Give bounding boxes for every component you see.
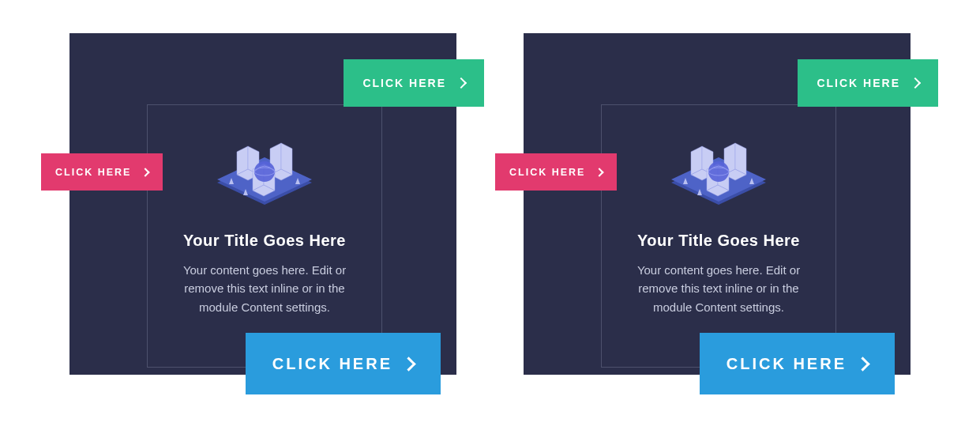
- svg-point-27: [708, 161, 729, 182]
- cta-button-green[interactable]: CLICK HERE: [344, 59, 484, 107]
- button-label: CLICK HERE: [509, 167, 585, 178]
- button-label: CLICK HERE: [727, 355, 847, 373]
- cta-button-blue[interactable]: CLICK HERE: [700, 333, 895, 394]
- chevron-right-icon: [401, 357, 415, 371]
- chevron-right-icon: [456, 77, 467, 89]
- feature-card: Your Title Goes Here Your content goes h…: [69, 33, 456, 375]
- button-label: CLICK HERE: [272, 355, 392, 373]
- card-title: Your Title Goes Here: [616, 232, 821, 250]
- isometric-city-icon: [659, 137, 778, 216]
- cta-button-pink[interactable]: CLICK HERE: [495, 153, 617, 191]
- cta-button-green[interactable]: CLICK HERE: [798, 59, 938, 107]
- feature-content-box: Your Title Goes Here Your content goes h…: [147, 104, 382, 368]
- cta-button-blue[interactable]: CLICK HERE: [246, 333, 441, 394]
- card-title: Your Title Goes Here: [162, 232, 367, 250]
- chevron-right-icon: [595, 168, 604, 176]
- feature-card: Your Title Goes Here Your content goes h…: [524, 33, 911, 375]
- card-description: Your content goes here. Edit or remove t…: [616, 261, 821, 316]
- button-label: CLICK HERE: [817, 77, 900, 89]
- chevron-right-icon: [910, 77, 921, 89]
- chevron-right-icon: [855, 357, 869, 371]
- isometric-city-icon: [205, 137, 324, 216]
- card-description: Your content goes here. Edit or remove t…: [162, 261, 367, 316]
- button-label: CLICK HERE: [362, 77, 446, 89]
- svg-point-11: [254, 161, 275, 182]
- cta-button-pink[interactable]: CLICK HERE: [41, 153, 163, 191]
- chevron-right-icon: [141, 168, 150, 176]
- feature-content-box: Your Title Goes Here Your content goes h…: [601, 104, 836, 368]
- button-label: CLICK HERE: [55, 167, 131, 178]
